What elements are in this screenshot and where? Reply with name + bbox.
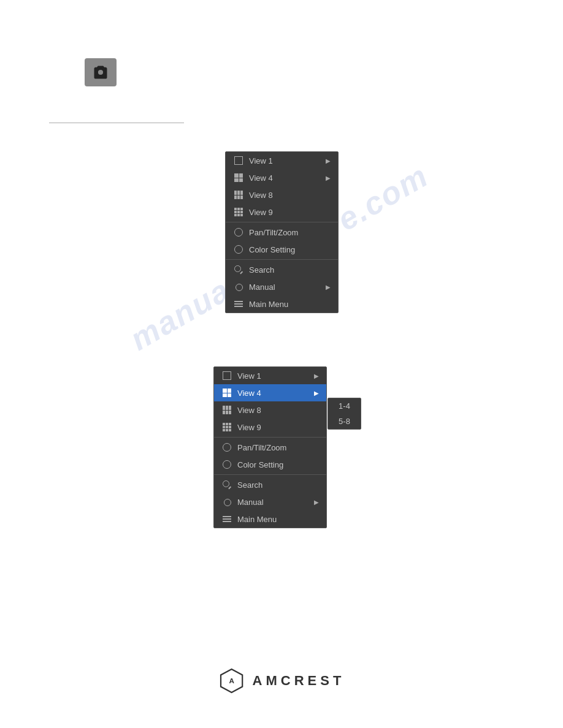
manual-icon — [221, 496, 232, 507]
menu2-search-label: Search — [237, 480, 262, 490]
menu2-view8-label: View 8 — [237, 406, 261, 415]
menu1-search-label: Search — [249, 265, 274, 275]
search-icon — [233, 264, 244, 275]
color-icon — [233, 244, 244, 255]
menu2-separator-2 — [214, 474, 326, 475]
color-icon — [221, 459, 232, 470]
menu1-ptz[interactable]: Pan/Tilt/Zoom — [226, 224, 338, 241]
menu1-view8-label: View 8 — [249, 191, 273, 200]
submenu-5-8[interactable]: 5-8 — [328, 414, 361, 429]
search-icon — [221, 479, 232, 490]
submenu-1-4-label: 1-4 — [339, 401, 350, 411]
menu2-color-label: Color Setting — [237, 460, 283, 469]
menu1-view9-label: View 9 — [249, 208, 273, 217]
menu2-view1[interactable]: View 1 ▶ — [214, 367, 326, 384]
menu2-color[interactable]: Color Setting — [214, 456, 326, 473]
menu1-separator-2 — [226, 259, 338, 260]
view1-icon — [233, 155, 244, 166]
view4-icon — [221, 387, 232, 398]
menu1-ptz-label: Pan/Tilt/Zoom — [249, 228, 298, 237]
menu2-search[interactable]: Search — [214, 476, 326, 493]
menu1-color[interactable]: Color Setting — [226, 241, 338, 258]
menu2-manual[interactable]: Manual ▶ — [214, 493, 326, 510]
brand-name-label: AMCREST — [253, 673, 345, 689]
svg-text:A: A — [229, 677, 234, 684]
menu1-mainmenu[interactable]: Main Menu — [226, 295, 338, 313]
menu2-manual-label: Manual — [237, 498, 264, 507]
submenu-1-4[interactable]: 1-4 — [328, 398, 361, 414]
menu1-view9[interactable]: View 9 — [226, 203, 338, 221]
menu1-view1[interactable]: View 1 ▶ — [226, 152, 338, 169]
menu2-view4-label: View 4 — [237, 389, 261, 398]
menu1-manual-label: Manual — [249, 282, 275, 292]
menu1-manual[interactable]: Manual ▶ — [226, 278, 338, 295]
menu1-view4[interactable]: View 4 ▶ — [226, 169, 338, 186]
manual-icon — [233, 281, 244, 292]
view1-icon — [221, 370, 232, 381]
menu2-view8[interactable]: View 8 — [214, 401, 326, 419]
menu2-mainmenu[interactable]: Main Menu — [214, 510, 326, 528]
view9-icon — [233, 207, 244, 218]
menu1-search[interactable]: Search — [226, 261, 338, 278]
submenu-5-8-label: 5-8 — [339, 417, 350, 426]
menu1-separator-1 — [226, 222, 338, 222]
amcrest-logo: A AMCREST — [218, 667, 345, 694]
ptz-icon — [233, 227, 244, 238]
menu2-separator-1 — [214, 437, 326, 438]
submenu-arrow-icon: ▶ — [320, 157, 331, 164]
menu1-mainmenu-label: Main Menu — [249, 300, 288, 309]
menu2-view1-label: View 1 — [237, 371, 261, 381]
view4-icon — [233, 172, 244, 183]
context-menu-1: View 1 ▶ View 4 ▶ View 8 View 9 Pan/Tilt… — [225, 151, 339, 313]
view9-icon — [221, 422, 232, 433]
view8-icon — [221, 404, 232, 415]
menu2-view4[interactable]: View 4 ▶ 1-4 5-8 — [214, 384, 326, 401]
view8-icon — [233, 189, 244, 200]
menu1-color-label: Color Setting — [249, 245, 295, 254]
mainmenu-icon — [221, 514, 232, 525]
menu1-view8[interactable]: View 8 — [226, 186, 338, 203]
menu2-ptz[interactable]: Pan/Tilt/Zoom — [214, 439, 326, 456]
menu1-view4-label: View 4 — [249, 173, 273, 183]
section-divider — [49, 123, 184, 123]
mainmenu-icon — [233, 298, 244, 309]
ptz-icon — [221, 442, 232, 453]
submenu-arrow-icon: ▶ — [308, 390, 319, 396]
camera-icon-box — [85, 58, 117, 86]
menu1-view1-label: View 1 — [249, 156, 273, 165]
submenu-arrow-icon: ▶ — [320, 284, 331, 290]
amcrest-hex-icon: A — [218, 667, 245, 694]
submenu-arrow-icon: ▶ — [308, 499, 319, 506]
menu2-view9[interactable]: View 9 — [214, 419, 326, 436]
menu2-view9-label: View 9 — [237, 423, 261, 432]
submenu-arrow-icon: ▶ — [308, 373, 319, 379]
menu2-ptz-label: Pan/Tilt/Zoom — [237, 443, 286, 452]
camera-icon — [92, 64, 109, 81]
submenu-view4: 1-4 5-8 — [327, 398, 361, 430]
context-menu-2: View 1 ▶ View 4 ▶ 1-4 5-8 View 8 View 9 — [213, 366, 327, 528]
menu2-mainmenu-label: Main Menu — [237, 515, 277, 524]
submenu-arrow-icon: ▶ — [320, 175, 331, 181]
